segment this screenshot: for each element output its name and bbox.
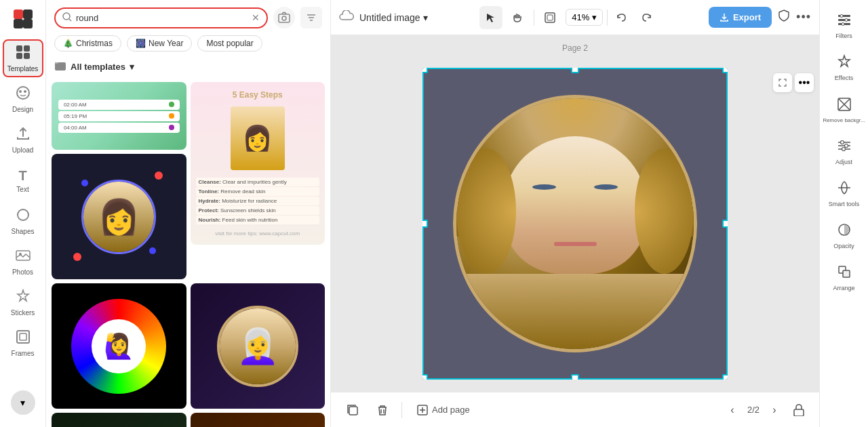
schedule-row-1: 02:00 AM bbox=[58, 100, 180, 110]
select-tool-button[interactable] bbox=[479, 6, 502, 29]
filter-button[interactable] bbox=[300, 7, 322, 28]
camera-search-button[interactable] bbox=[273, 7, 295, 28]
project-name-chevron: ▾ bbox=[423, 12, 428, 23]
right-hair bbox=[635, 148, 694, 274]
template-card-beauty[interactable]: 5 Easy Steps 👩 Cleanse: Clear and impuri… bbox=[191, 82, 326, 245]
right-tool-smart[interactable]: Smart tools bbox=[823, 174, 866, 214]
lock-button[interactable] bbox=[789, 401, 808, 420]
canvas-frame: ↻ bbox=[422, 68, 728, 380]
sidebar-item-templates[interactable]: Templates bbox=[3, 39, 43, 77]
svg-point-51 bbox=[842, 148, 845, 151]
template-card-schedule[interactable]: 02:00 AM 05:19 PM 04:00 AM bbox=[52, 82, 186, 150]
sidebar-bottom-expand[interactable]: ▾ bbox=[11, 390, 35, 415]
remove-bg-label: Remove backgr... bbox=[823, 117, 865, 123]
delete-page-button[interactable] bbox=[372, 399, 393, 421]
all-templates-dropdown[interactable]: All templates ▾ bbox=[46, 57, 330, 79]
search-input-wrap[interactable]: ✕ bbox=[54, 7, 268, 28]
handle-top-left[interactable] bbox=[422, 68, 428, 73]
handle-top-right[interactable] bbox=[722, 68, 728, 73]
handle-top-center[interactable] bbox=[571, 68, 579, 73]
sidebar-item-upload[interactable]: Upload bbox=[3, 121, 43, 159]
canvas-workspace: Page 2 bbox=[331, 35, 819, 392]
prev-page-button[interactable]: ‹ bbox=[723, 401, 742, 420]
tag-christmas[interactable]: 🎄 Christmas bbox=[54, 35, 121, 52]
svg-point-8 bbox=[17, 87, 29, 99]
topbar: Untitled image ▾ bbox=[331, 0, 819, 35]
canvas-expand-button[interactable] bbox=[773, 73, 792, 92]
canvas-page-options-button[interactable]: ••• bbox=[795, 73, 814, 92]
redo-button[interactable] bbox=[636, 7, 656, 28]
red-dot-tr bbox=[155, 171, 163, 180]
stickers-icon bbox=[16, 289, 31, 307]
template-card-rainbow[interactable]: 🙋‍♀️ bbox=[52, 283, 186, 409]
svg-rect-27 bbox=[547, 15, 553, 20]
sidebar-item-photos[interactable]: Photos bbox=[3, 243, 43, 281]
hand-tool-button[interactable] bbox=[507, 6, 530, 29]
templates-panel: ✕ 🎄 Christmas 🎆 New Year Most bbox=[46, 0, 331, 427]
clear-search-button[interactable]: ✕ bbox=[252, 12, 260, 23]
undo-button[interactable] bbox=[612, 7, 632, 28]
left-sidebar: Templates Design Upload T Text bbox=[0, 0, 46, 427]
eyes-area bbox=[532, 184, 618, 190]
svg-rect-2 bbox=[14, 19, 23, 28]
project-name-text: Untitled image bbox=[359, 12, 420, 23]
sidebar-item-stickers[interactable]: Stickers bbox=[3, 283, 43, 321]
right-tool-opacity[interactable]: Opacity bbox=[823, 216, 866, 256]
schedule-dot-2 bbox=[169, 113, 174, 119]
sidebar-item-shapes[interactable]: Shapes bbox=[3, 202, 43, 240]
next-page-button[interactable]: › bbox=[765, 401, 784, 420]
topbar-center: 41% ▾ bbox=[433, 6, 703, 29]
search-input[interactable] bbox=[76, 13, 248, 23]
schedule-time-3: 04:00 AM bbox=[64, 125, 87, 131]
handle-bottom-center[interactable] bbox=[571, 374, 579, 380]
rainbow-inner-circle: 🙋‍♀️ bbox=[92, 319, 146, 373]
tag-row: 🎄 Christmas 🎆 New Year Most popular bbox=[46, 33, 330, 57]
portrait-element[interactable] bbox=[453, 95, 697, 352]
tag-popular[interactable]: Most popular bbox=[197, 35, 262, 52]
handle-bottom-left[interactable] bbox=[422, 374, 428, 380]
svg-point-49 bbox=[840, 141, 844, 144]
tag-newyear[interactable]: 🎆 New Year bbox=[127, 35, 192, 52]
app-logo[interactable] bbox=[11, 7, 35, 31]
template-card-person-circle[interactable]: 👩 bbox=[52, 154, 186, 279]
shapes-icon bbox=[16, 207, 31, 226]
sidebar-item-frames[interactable]: Frames bbox=[3, 324, 43, 362]
handle-middle-left[interactable] bbox=[422, 220, 428, 228]
copy-page-button[interactable] bbox=[342, 399, 363, 421]
project-name[interactable]: Untitled image ▾ bbox=[359, 12, 428, 23]
svg-point-10 bbox=[24, 90, 26, 93]
schedule-dot-1 bbox=[169, 102, 174, 107]
zoom-value: 41% bbox=[572, 12, 589, 22]
right-tool-arrange[interactable]: Arrange bbox=[823, 258, 866, 298]
handle-bottom-right[interactable] bbox=[722, 374, 728, 380]
sidebar-item-design[interactable]: Design bbox=[3, 80, 43, 118]
more-options-button[interactable]: ••• bbox=[796, 10, 811, 24]
sidebar-item-text[interactable]: T Text bbox=[3, 161, 43, 199]
red-dot-bl bbox=[73, 253, 81, 261]
search-bar: ✕ bbox=[46, 0, 330, 33]
right-tool-adjust[interactable]: Adjust bbox=[823, 131, 866, 172]
page-indicator: 2/2 bbox=[747, 405, 760, 415]
beauty-steps-list: Cleanse: Clear and impurities gently Ton… bbox=[196, 177, 320, 225]
right-tool-filters[interactable]: Filters bbox=[823, 5, 866, 46]
frame-tool-button[interactable] bbox=[538, 6, 561, 29]
beauty-title: 5 Easy Steps bbox=[233, 90, 283, 100]
template-card-gold-circle[interactable]: 👩‍🦳 bbox=[191, 283, 326, 409]
shield-icon[interactable] bbox=[777, 9, 791, 26]
photos-icon bbox=[16, 248, 31, 266]
right-tool-remove-bg[interactable]: Remove backgr... bbox=[823, 89, 866, 130]
svg-point-16 bbox=[63, 13, 70, 20]
handle-middle-right[interactable] bbox=[722, 220, 728, 228]
canvas-surface[interactable]: ↻ bbox=[422, 68, 728, 380]
svg-point-19 bbox=[282, 16, 286, 20]
upload-icon bbox=[16, 126, 31, 144]
export-button[interactable]: Export bbox=[709, 7, 772, 28]
all-templates-label: All templates bbox=[71, 62, 125, 72]
bottom-divider bbox=[401, 402, 402, 418]
add-page-button[interactable]: Add page bbox=[410, 402, 477, 418]
template-card-watch[interactable]: CopCut BEST WATCH PRODUCT ⌚ bbox=[191, 413, 326, 427]
zoom-control[interactable]: 41% ▾ bbox=[566, 9, 603, 26]
right-tool-effects[interactable]: Effects bbox=[823, 47, 866, 88]
filters-icon bbox=[837, 12, 852, 30]
template-card-dark-gold[interactable]: 👩‍🦰 bbox=[52, 413, 186, 427]
